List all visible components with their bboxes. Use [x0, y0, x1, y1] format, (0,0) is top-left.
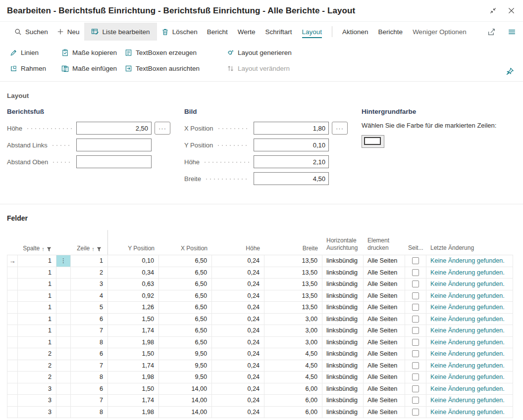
- table-row[interactable]: 1 5 1,26 6,50 0,24 13,50 linksbündig All…: [7, 302, 513, 314]
- header-element-drucken[interactable]: Element drucken: [364, 230, 405, 255]
- search-button[interactable]: Suchen: [10, 23, 52, 41]
- bild-y-position-input[interactable]: [254, 139, 329, 151]
- pin-icon[interactable]: [506, 67, 514, 76]
- cell-y-position[interactable]: 1,50: [108, 383, 159, 395]
- seitenansicht-checkbox[interactable]: [412, 257, 419, 264]
- cell-spalte[interactable]: 1: [18, 290, 56, 302]
- seitenansicht-checkbox[interactable]: [412, 304, 419, 311]
- header-horizontale-ausrichtung[interactable]: Horizontale Ausrichtung: [322, 230, 364, 255]
- cell-x-position[interactable]: 6,50: [159, 267, 212, 279]
- cell-x-position[interactable]: 9,50: [159, 360, 212, 372]
- seitenansicht-checkbox[interactable]: [412, 280, 419, 287]
- cell-zeile[interactable]: 7: [71, 325, 108, 336]
- seitenansicht-checkbox[interactable]: [412, 339, 419, 346]
- cell-x-position[interactable]: 14,00: [159, 395, 212, 406]
- cell-zeile[interactable]: 7: [71, 360, 108, 372]
- seitenansicht-checkbox[interactable]: [412, 373, 419, 380]
- cell-y-position[interactable]: 1,98: [108, 337, 159, 348]
- cell-horizontale-ausrichtung[interactable]: linksbündig: [322, 360, 364, 372]
- seitenansicht-checkbox[interactable]: [412, 316, 419, 323]
- table-row[interactable]: 3 7 1,74 14,00 0,24 6,00 linksbündig All…: [7, 395, 513, 407]
- cell-context-menu[interactable]: [56, 372, 71, 383]
- cell-context-menu[interactable]: [56, 314, 71, 325]
- cell-breite[interactable]: 4,50: [264, 372, 322, 383]
- cell-x-position[interactable]: 6,50: [159, 255, 212, 267]
- cell-horizontale-ausrichtung[interactable]: linksbündig: [322, 302, 364, 313]
- cell-letzte-aenderung-link[interactable]: Keine Änderung gefunden.: [426, 372, 513, 383]
- share-icon[interactable]: [487, 28, 496, 36]
- cell-spalte[interactable]: 2: [18, 348, 56, 360]
- cell-hoehe[interactable]: 0,24: [212, 290, 264, 302]
- cell-zeile[interactable]: 6: [71, 348, 108, 360]
- cell-letzte-aenderung-link[interactable]: Keine Änderung gefunden.: [426, 267, 513, 279]
- delete-button[interactable]: Löschen: [157, 23, 202, 41]
- cell-spalte[interactable]: 1: [18, 267, 56, 279]
- cell-x-position[interactable]: 14,00: [159, 383, 212, 395]
- cell-y-position[interactable]: 1,50: [108, 314, 159, 325]
- cell-letzte-aenderung-link[interactable]: Keine Änderung gefunden.: [426, 314, 513, 325]
- cell-letzte-aenderung-link[interactable]: Keine Änderung gefunden.: [426, 360, 513, 372]
- table-row[interactable]: 1 4 0,92 6,50 0,24 13,50 linksbündig All…: [7, 290, 513, 302]
- cell-horizontale-ausrichtung[interactable]: linksbündig: [322, 395, 364, 406]
- cell-letzte-aenderung-link[interactable]: Keine Änderung gefunden.: [426, 383, 513, 395]
- cell-zeile[interactable]: 6: [71, 314, 108, 325]
- header-zeile[interactable]: Zeile ↑: [71, 230, 108, 255]
- cell-element-drucken[interactable]: Alle Seiten: [364, 267, 405, 279]
- cell-breite[interactable]: 13,50: [264, 302, 322, 313]
- table-row[interactable]: 1 2 0,34 6,50 0,24 13,50 linksbündig All…: [7, 267, 513, 279]
- cell-x-position[interactable]: 9,50: [159, 348, 212, 360]
- cell-breite[interactable]: 13,50: [264, 290, 322, 302]
- cell-x-position[interactable]: 6,50: [159, 302, 212, 313]
- cell-element-drucken[interactable]: Alle Seiten: [364, 290, 405, 302]
- cell-horizontale-ausrichtung[interactable]: linksbündig: [322, 348, 364, 360]
- cell-y-position[interactable]: 1,74: [108, 395, 159, 406]
- cell-hoehe[interactable]: 0,24: [212, 314, 264, 325]
- cell-letzte-aenderung-link[interactable]: Keine Änderung gefunden.: [426, 279, 513, 290]
- cell-hoehe[interactable]: 0,24: [212, 279, 264, 290]
- cell-spalte[interactable]: 1: [18, 302, 56, 313]
- cell-y-position[interactable]: 1,98: [108, 372, 159, 383]
- cell-zeile[interactable]: 8: [71, 372, 108, 383]
- masse-einfuegen-button[interactable]: Maße einfügen: [61, 65, 125, 72]
- header-x-position[interactable]: X Position: [159, 230, 212, 255]
- cell-context-menu[interactable]: [56, 325, 71, 336]
- cell-letzte-aenderung-link[interactable]: Keine Änderung gefunden.: [426, 255, 513, 267]
- abstand-oben-input[interactable]: [76, 155, 152, 168]
- cell-context-menu[interactable]: [56, 360, 71, 372]
- cell-horizontale-ausrichtung[interactable]: linksbündig: [322, 290, 364, 302]
- view-options-icon[interactable]: [508, 28, 516, 36]
- assist-edit-button[interactable]: ···: [332, 122, 348, 135]
- cell-horizontale-ausrichtung[interactable]: linksbündig: [322, 314, 364, 325]
- seitenansicht-checkbox[interactable]: [412, 350, 419, 357]
- cell-context-menu[interactable]: [56, 267, 71, 279]
- edit-list-button[interactable]: Liste bearbeiten: [84, 23, 157, 41]
- bild-hoehe-input[interactable]: [254, 155, 329, 168]
- table-row[interactable]: 1 7 1,74 6,50 0,24 3,00 linksbündig Alle…: [7, 325, 513, 337]
- header-seitenansicht[interactable]: Seit...: [405, 230, 426, 255]
- cell-y-position[interactable]: 0,34: [108, 267, 159, 279]
- cell-hoehe[interactable]: 0,24: [212, 407, 264, 418]
- cell-element-drucken[interactable]: Alle Seiten: [364, 255, 405, 267]
- bild-x-position-input[interactable]: [254, 122, 329, 135]
- masse-kopieren-button[interactable]: Maße kopieren: [61, 49, 125, 56]
- seitenansicht-checkbox[interactable]: [412, 362, 419, 369]
- cell-zeile[interactable]: 2: [71, 267, 108, 279]
- cell-horizontale-ausrichtung[interactable]: linksbündig: [322, 372, 364, 383]
- table-row[interactable]: 2 6 1,50 9,50 0,24 4,50 linksbündig Alle…: [7, 348, 513, 360]
- cell-element-drucken[interactable]: Alle Seiten: [364, 383, 405, 395]
- cell-breite[interactable]: 13,50: [264, 267, 322, 279]
- cell-y-position[interactable]: 1,74: [108, 360, 159, 372]
- cell-hoehe[interactable]: 0,24: [212, 395, 264, 406]
- color-swatch-button[interactable]: [362, 135, 384, 148]
- cell-y-position[interactable]: 0,10: [108, 255, 159, 267]
- cell-y-position[interactable]: 0,92: [108, 290, 159, 302]
- cell-element-drucken[interactable]: Alle Seiten: [364, 395, 405, 406]
- cell-x-position[interactable]: 6,50: [159, 279, 212, 290]
- assist-edit-button[interactable]: ···: [155, 122, 170, 135]
- cell-breite[interactable]: 4,50: [264, 360, 322, 372]
- table-row[interactable]: 1 6 1,50 6,50 0,24 3,00 linksbündig Alle…: [7, 314, 513, 326]
- cell-letzte-aenderung-link[interactable]: Keine Änderung gefunden.: [426, 290, 513, 302]
- textboxen-erzeugen-button[interactable]: TextBoxen erzeugen: [125, 49, 227, 56]
- cell-x-position[interactable]: 6,50: [159, 337, 212, 348]
- cell-element-drucken[interactable]: Alle Seiten: [364, 314, 405, 325]
